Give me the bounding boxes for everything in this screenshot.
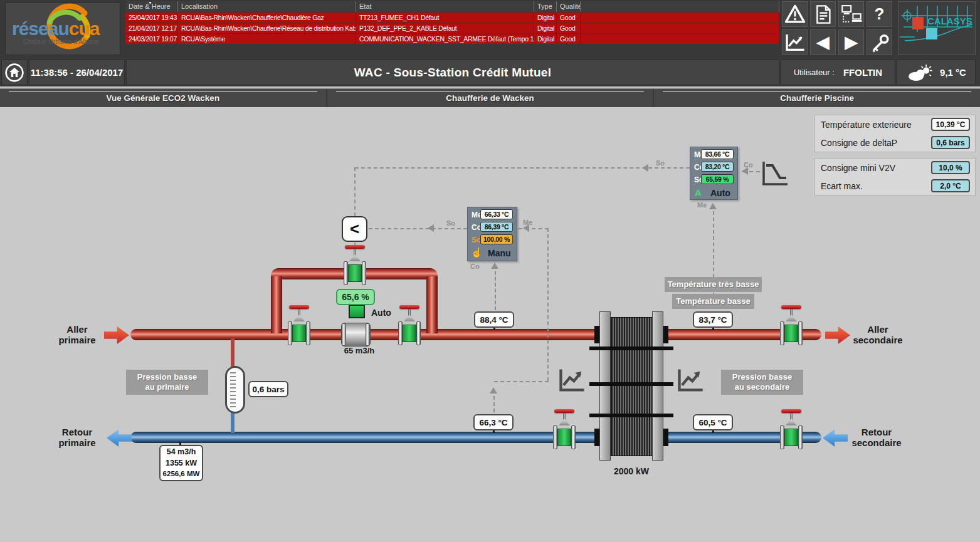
col-type[interactable]: Type (534, 1, 557, 12)
min-selector[interactable]: < (342, 216, 367, 242)
secondary-supply-temp: 83,7 °C (693, 311, 733, 328)
max-deviation-value[interactable]: 2,0 °C (931, 179, 970, 192)
primary-supply-temp: 88,4 °C (474, 311, 514, 328)
next-page-button[interactable]: ▶ (838, 29, 864, 55)
col-qualite[interactable]: Qualité (557, 1, 581, 12)
trend-icon-primary[interactable] (557, 367, 586, 396)
toolbar: ? ◀ ▶ (782, 1, 895, 56)
setting-label: Température exterieure (821, 120, 912, 130)
arrow-left-icon: ◀ (817, 33, 830, 52)
alarm-row[interactable]: 24/03/2017 19:07 RCUA\Système COMMUNICAT… (125, 34, 779, 44)
warning-triangle-icon (784, 4, 806, 25)
outside-temperature-value: 10,39 °C (931, 118, 970, 131)
tab-bar: Vue Générale ECO2 Wacken Chaufferie de W… (0, 88, 980, 107)
help-button[interactable]: ? (867, 1, 892, 27)
valve-primary-supply-1[interactable] (288, 305, 310, 345)
pipe-primary-return (130, 432, 601, 443)
label-retour-primaire: Retourprimaire (49, 427, 105, 449)
controller-primary-return[interactable]: Me66,33 °C Co86,39 °C So100,00 % ☝Manu (467, 207, 517, 261)
controller-mode[interactable]: AAuto (690, 187, 737, 199)
controller-co-setpoint[interactable]: 86,39 °C (480, 222, 513, 232)
deltap-gauge[interactable] (225, 366, 245, 414)
heat-exchanger[interactable] (611, 317, 652, 456)
trend-chart-icon (784, 33, 806, 53)
alarm-row[interactable]: 25/04/2017 19:43 RCUA\Bas-Rhin\Wacken\Ch… (125, 13, 779, 23)
alarm-temperature-tres-basse: Température très basse (665, 277, 762, 292)
trend-icon-secondary[interactable] (676, 367, 705, 396)
login-button[interactable] (867, 29, 892, 55)
valve-secondary-supply[interactable] (780, 305, 803, 345)
meter-flow: 54 m3/h (167, 447, 196, 458)
flow-arrow-primary-supply (104, 325, 129, 345)
report-button[interactable] (810, 1, 836, 27)
alarm-table: Date & Heure▼ Localisation Etat Type Qua… (125, 1, 779, 44)
exchanger-frame-right (652, 311, 663, 461)
control-valve-bypass[interactable] (344, 245, 366, 285)
pipe-bypass-right (426, 276, 438, 333)
primary-flow-label: 65 m3/h (337, 346, 381, 355)
tab-chaufferie-wacken[interactable]: Chaufferie de Wacken (326, 89, 653, 107)
dp-tap-return (231, 410, 234, 433)
flow-meter[interactable] (341, 323, 371, 347)
arrow-right-icon: ▶ (845, 33, 858, 52)
tab-vue-generale[interactable]: Vue Générale ECO2 Wacken (0, 89, 326, 107)
setting-label: Consigne mini V2V (821, 163, 895, 173)
user-name: FFOLTIN (843, 67, 882, 78)
meter-energy: 6256,6 MW (163, 469, 200, 479)
manual-hand-icon: ☝ (471, 247, 483, 258)
valve-primary-return[interactable] (553, 409, 576, 449)
home-button[interactable] (1, 60, 28, 85)
logo-tagline: Chaleur Urbaine d'Alsace (23, 38, 98, 45)
alarm-row[interactable]: 21/04/2017 12:17 RCUA\Bas-Rhin\Wacken\Ch… (125, 23, 779, 33)
controller-secondary-temp[interactable]: Me83,66 °C Co83,20 °C So65,59 % AAuto (690, 147, 738, 200)
flow-arrow-primary-return (107, 428, 132, 448)
signal-so-label: So (656, 159, 665, 167)
vendor-name: CALASYS (927, 16, 972, 26)
primary-return-temp: 66,3 °C (473, 414, 514, 430)
synoptic-area: 0,6 bars Allerprimaire Retourprimaire Al… (0, 107, 980, 542)
col-localisation[interactable]: Localisation (178, 1, 356, 12)
label-aller-primaire: Allerprimaire (49, 324, 105, 346)
col-empty (581, 1, 779, 12)
label-retour-secondaire: Retoursecondaire (844, 427, 909, 449)
signal-me-label: Me (523, 219, 532, 226)
min-v2v-setpoint-value[interactable]: 10,0 % (931, 161, 970, 174)
dp-tap-supply (231, 338, 234, 367)
alarm-table-header[interactable]: Date & Heure▼ Localisation Etat Type Qua… (125, 1, 779, 12)
bypass-valve-mode-indicator[interactable] (349, 305, 365, 318)
sun-cloud-icon (906, 64, 934, 81)
header-bar: 11:38:56 - 26/04/2017 WAC - Sous-Station… (0, 58, 980, 86)
col-date[interactable]: Date & Heure▼ (125, 1, 178, 12)
page-title: WAC - Sous-Station Crédit Mutuel (126, 60, 779, 85)
setting-label: Ecart max. (821, 181, 863, 191)
pipe-bypass-left (271, 276, 282, 333)
alarms-button[interactable] (782, 1, 808, 27)
scada-screen: réseaucua Chaleur Urbaine d'Alsace Date … (0, 0, 980, 542)
bypass-valve-mode-label: Auto (371, 308, 391, 318)
signal-co-label: Co (744, 161, 753, 169)
controller-me-value: 83,66 °C (701, 149, 734, 159)
vendor-logo: CALASYS (898, 1, 976, 55)
valve-primary-supply-2[interactable] (398, 305, 421, 345)
settings-group-1: Température exterieure 10,39 °C Consigne… (814, 115, 976, 152)
user-label: Utilisateur : (794, 68, 835, 77)
previous-page-button[interactable]: ◀ (810, 29, 836, 55)
company-logo: réseaucua Chaleur Urbaine d'Alsace (5, 3, 120, 55)
tab-chaufferie-piscine[interactable]: Chaufferie Piscine (653, 89, 980, 107)
network-button[interactable] (838, 1, 864, 27)
controller-co-setpoint[interactable]: 83,20 °C (701, 162, 734, 172)
valve-secondary-return[interactable] (780, 409, 803, 449)
deltap-setpoint-value[interactable]: 0,6 bars (931, 136, 970, 149)
question-mark-icon: ? (875, 4, 885, 24)
user-display: Utilisateur : FFOLTIN (781, 60, 895, 85)
energy-meter-readout: 54 m3/h 1355 kW 6256,6 MW (159, 445, 203, 481)
top-banner: réseaucua Chaleur Urbaine d'Alsace Date … (0, 0, 980, 58)
signal-co-label: Co (470, 263, 480, 270)
controller-mode[interactable]: ☝Manu (468, 247, 517, 259)
logo-wordmark: réseaucua (12, 18, 99, 39)
heating-curve-icon[interactable] (760, 160, 789, 189)
alarm-pression-basse-primaire: Pression basseau primaire (126, 370, 208, 395)
trends-button[interactable] (782, 29, 808, 55)
col-etat[interactable]: Etat (356, 1, 534, 12)
key-icon (868, 33, 891, 53)
